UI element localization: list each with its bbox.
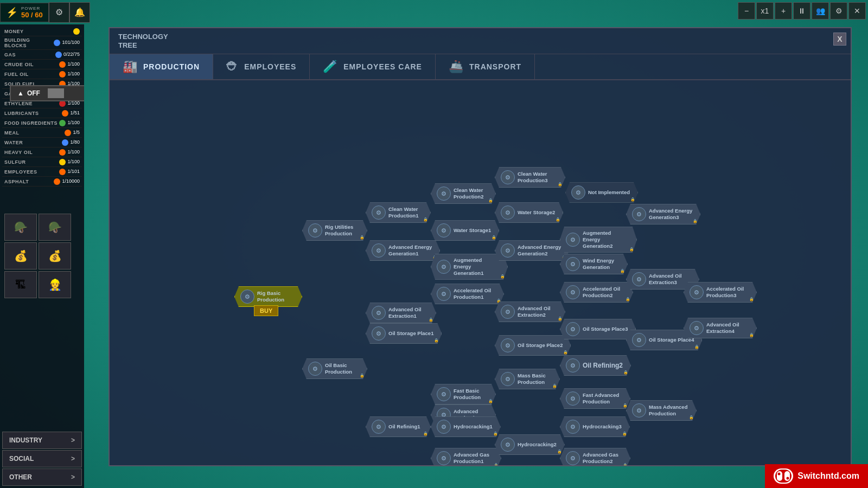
map-text: Mass AdvancedProduction	[649, 404, 687, 417]
aug1-lock: 🔒	[500, 274, 505, 279]
node-adv-oil-ext4[interactable]: ⚙ Advanced OilExtraction4 🔒	[684, 318, 757, 338]
node-rig-utilities[interactable]: ⚙ Rig UtilitiesProduction 🔒	[302, 220, 367, 241]
node-hydrocracking1[interactable]: ⚙ Hydrocracking1 🔒	[431, 416, 501, 437]
building-icon-5[interactable]: 🏗	[4, 271, 37, 298]
ni-icon: ⚙	[571, 185, 585, 200]
tech-title: TECHNOLOGY TREE	[118, 33, 168, 49]
building-icon-1[interactable]: 🪖	[4, 214, 37, 241]
building-icon-4[interactable]: 💰	[39, 242, 71, 269]
transport-tab-icon: 🚢	[449, 60, 464, 74]
close-top-btn[interactable]: ✕	[848, 2, 866, 20]
ws1-text: Water Storage1	[454, 227, 491, 234]
minus-btn[interactable]: −	[738, 2, 755, 20]
other-arrow: >	[71, 473, 75, 481]
switch-logo	[774, 468, 793, 484]
svg-point-36	[778, 473, 781, 476]
employees-care-tab-label: EMPLOYEES CARE	[343, 62, 422, 71]
tech-header: TECHNOLOGY TREE X	[110, 28, 851, 54]
buy-button[interactable]: BUY	[254, 305, 278, 316]
nav-buttons: INDUSTRY > SOCIAL > OTHER >	[0, 429, 84, 488]
node-hydrocracking3[interactable]: ⚙ Hydrocracking3 🔒	[560, 416, 630, 437]
settings-hud-btn[interactable]: ⚙	[49, 2, 69, 23]
hc2-icon: ⚙	[501, 438, 515, 452]
node-cwp2[interactable]: ⚙ Clean WaterProduction2 🔒	[431, 183, 496, 204]
gear-btn[interactable]: ⚙	[830, 2, 847, 20]
node-hydrocracking2[interactable]: ⚙ Hydrocracking2 🔒	[495, 434, 565, 455]
hc1-lock: 🔒	[493, 432, 498, 436]
resource-lubricants: LUBRICANTS 1/51	[2, 108, 82, 118]
tech-tree-close-btn[interactable]: X	[833, 33, 846, 46]
node-oil-storage-p3[interactable]: ⚙ Oil Storage Place3 🔒	[560, 319, 636, 339]
social-btn[interactable]: SOCIAL >	[2, 450, 82, 467]
other-btn[interactable]: OTHER >	[2, 468, 82, 486]
tab-production[interactable]: 🏭 PRODUCTION	[110, 54, 213, 79]
agp2-lock: 🔒	[623, 463, 628, 465]
node-acc-oil-p3[interactable]: ⚙ Accelerated OilProduction3 🔒	[684, 282, 757, 303]
node-fast-adv-prod[interactable]: ⚙ Fast AdvancedProduction 🔒	[560, 388, 630, 409]
mb-text: Mass BasicProduction	[518, 373, 546, 386]
tab-employees[interactable]: ⛑ EMPLOYEES	[213, 54, 310, 79]
aug2-lock: 🔒	[629, 247, 634, 252]
people-btn[interactable]: 👥	[812, 2, 829, 20]
fb-icon: ⚙	[437, 387, 451, 401]
node-oil-basic[interactable]: ⚙ Oil BasicProduction 🔒	[302, 358, 367, 379]
osp2-lock: 🔒	[563, 350, 568, 355]
resource-water: WATER 1/80	[2, 138, 82, 147]
node-water-storage1[interactable]: ⚙ Water Storage1 🔒	[431, 220, 499, 241]
cwp3-icon: ⚙	[501, 170, 515, 184]
building-icon-6[interactable]: 👷	[39, 271, 71, 298]
node-aug-energy-g2[interactable]: ⚙ Augmented EnergyGeneration2 🔒	[560, 227, 637, 253]
resource-crude-oil: CRUDE OIL 1/100	[2, 60, 82, 69]
power-values: POWER 50 / 60	[21, 6, 43, 19]
industry-btn[interactable]: INDUSTRY >	[2, 432, 82, 449]
node-mass-basic[interactable]: ⚙ Mass BasicProduction 🔒	[495, 369, 560, 389]
aeg2-text: Advanced EnergyGeneration2	[518, 244, 561, 257]
aop2-text: Accelerated OilProduction2	[583, 286, 620, 299]
aoe3-text: Advanced OilExtraction3	[649, 273, 682, 286]
aoe4-lock: 🔒	[749, 333, 754, 337]
node-adv-gas-p1[interactable]: ⚙ Advanced GasProduction1 🔒	[431, 448, 501, 465]
node-acc-oil-p1[interactable]: ⚙ Accelerated OilProduction1 🔒	[431, 284, 504, 304]
or2-lock: 🔒	[623, 370, 628, 375]
aoe2-lock: 🔒	[558, 317, 563, 321]
node-rig-basic[interactable]: ⚙ Rig BasicProduction	[234, 286, 302, 307]
node-adv-energy-g3[interactable]: ⚙ Advanced EnergyGeneration3 🔒	[626, 204, 700, 224]
node-adv-energy-g2[interactable]: ⚙ Advanced EnergyGeneration2 🔒	[495, 240, 569, 261]
node-adv-gas-p2[interactable]: ⚙ Advanced GasProduction2 🔒	[560, 448, 630, 465]
node-cwp3[interactable]: ⚙ Clean WaterProduction3 🔒	[495, 167, 565, 188]
or2-icon: ⚙	[566, 358, 580, 373]
node-wind-energy[interactable]: ⚙ Wind EnergyGeneration 🔒	[560, 254, 628, 274]
resource-money: MONEY	[2, 27, 82, 36]
node-oil-storage-p1[interactable]: ⚙ Oil Storage Place1 🔒	[366, 323, 442, 344]
node-fast-basic[interactable]: ⚙ Fast BasicProduction 🔒	[431, 384, 496, 404]
x1-btn[interactable]: x1	[756, 2, 774, 20]
node-adv-oil-ext1[interactable]: ⚙ Advanced OilExtraction1 🔒	[366, 303, 436, 323]
resource-gas: GAS 0/22/75	[2, 50, 82, 60]
hc3-lock: 🔒	[622, 432, 627, 436]
cwp2-text: Clean WaterProduction2	[454, 187, 483, 200]
node-water-storage2[interactable]: ⚙ Water Storage2 🔒	[495, 202, 563, 223]
tab-employees-care[interactable]: 🧪 EMPLOYEES CARE	[310, 54, 436, 79]
node-adv-energy-g1[interactable]: ⚙ Advanced EnergyGeneration1 🔒	[366, 240, 440, 261]
node-adv-oil-ext2[interactable]: ⚙ Advanced OilExtraction2 🔒	[495, 301, 565, 322]
pause-btn[interactable]: ⏸	[793, 2, 810, 20]
building-icon-3[interactable]: 💰	[4, 242, 37, 269]
or2-text: Oil Refining2	[583, 362, 623, 370]
off-toggle[interactable]: ▲ OFF	[10, 85, 84, 101]
node-acc-oil-p2[interactable]: ⚙ Accelerated OilProduction2 🔒	[560, 282, 633, 303]
node-oil-refining2[interactable]: ⚙ Oil Refining2 🔒	[560, 355, 631, 376]
building-icon-2[interactable]: 🪖	[39, 214, 71, 241]
node-mass-adv-prod[interactable]: ⚙ Mass AdvancedProduction 🔒	[626, 400, 697, 421]
aug1-icon: ⚙	[437, 260, 451, 274]
hc2-text: Hydrocracking2	[518, 441, 557, 448]
node-oil-refining1[interactable]: ⚙ Oil Refining1 🔒	[366, 416, 431, 437]
node-clean-water-p1[interactable]: ⚙ Clean WaterProduction1 🔒	[366, 202, 431, 223]
node-oil-storage-p2[interactable]: ⚙ Oil Storage Place2 🔒	[495, 335, 571, 356]
node-aug-energy-g1[interactable]: ⚙ Augmented EnergyGeneration1 🔒	[431, 254, 508, 280]
node-not-implemented[interactable]: ⚙ Not Implemented 🔒	[565, 182, 638, 203]
bell-btn[interactable]: 🔔	[69, 2, 90, 23]
plus-btn[interactable]: +	[775, 2, 792, 20]
tab-transport[interactable]: 🚢 TRANSPORT	[436, 54, 535, 79]
fb-lock: 🔒	[488, 399, 493, 403]
off-arrow: ▲	[17, 89, 24, 97]
